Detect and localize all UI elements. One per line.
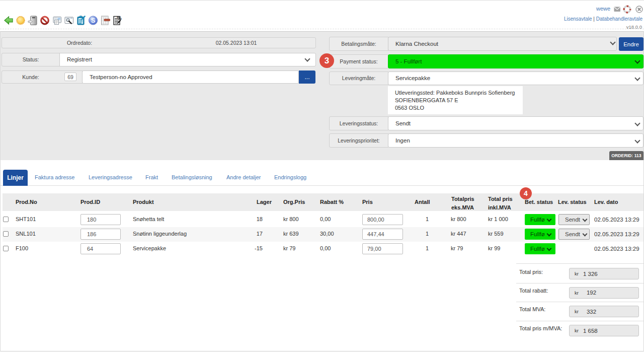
- svg-text:%: %: [117, 16, 122, 21]
- svg-text:S: S: [91, 17, 96, 24]
